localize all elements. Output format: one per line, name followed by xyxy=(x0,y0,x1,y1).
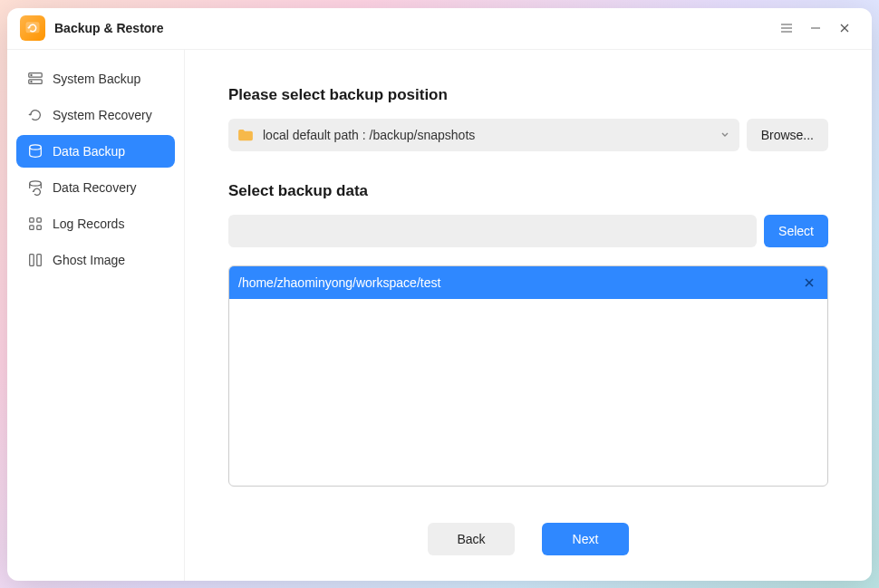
disk-restore-icon xyxy=(27,179,43,196)
sidebar-item-label: System Backup xyxy=(53,72,140,86)
sidebar-item-data-recovery[interactable]: Data Recovery xyxy=(16,171,175,204)
selected-path-text: /home/zhaominyong/workspace/test xyxy=(238,275,800,290)
svg-point-9 xyxy=(31,74,32,75)
columns-icon xyxy=(27,252,43,268)
sidebar-item-data-backup[interactable]: Data Backup xyxy=(16,135,175,168)
browse-button[interactable]: Browse... xyxy=(747,119,828,151)
minimize-icon xyxy=(809,22,822,34)
chevron-down-icon xyxy=(720,128,730,142)
sidebar-item-label: Ghost Image xyxy=(53,253,125,267)
close-icon xyxy=(804,277,815,288)
sidebar-item-label: Log Records xyxy=(53,217,124,231)
backup-position-label: Please select backup position xyxy=(228,86,828,104)
minimize-button[interactable] xyxy=(801,14,830,43)
remove-path-button[interactable] xyxy=(800,274,818,292)
titlebar: Backup & Restore xyxy=(7,8,872,50)
main-content: Please select backup position local defa… xyxy=(184,50,872,581)
backup-position-value: local default path : /backup/snapshots xyxy=(263,128,710,142)
svg-rect-18 xyxy=(37,254,42,265)
folder-icon xyxy=(237,129,254,141)
app-icon xyxy=(20,15,45,41)
sidebar-item-system-backup[interactable]: System Backup xyxy=(16,63,175,95)
backup-position-combo[interactable]: local default path : /backup/snapshots xyxy=(228,119,739,151)
svg-point-11 xyxy=(30,144,42,149)
svg-rect-13 xyxy=(30,217,34,222)
grid-icon xyxy=(27,216,43,232)
body-area: System Backup System Recovery Data Backu… xyxy=(7,50,872,581)
sidebar-item-label: Data Backup xyxy=(53,144,125,159)
sidebar-item-system-recovery[interactable]: System Recovery xyxy=(16,99,175,131)
sidebar: System Backup System Recovery Data Backu… xyxy=(7,50,184,581)
server-icon xyxy=(27,71,43,87)
restore-icon xyxy=(27,107,43,123)
svg-rect-16 xyxy=(37,225,42,229)
menu-button[interactable] xyxy=(772,14,801,43)
next-button[interactable]: Next xyxy=(542,523,629,555)
sidebar-item-log-records[interactable]: Log Records xyxy=(16,207,175,240)
select-button[interactable]: Select xyxy=(764,215,828,247)
sidebar-item-label: Data Recovery xyxy=(53,180,137,195)
selected-paths-list: /home/zhaominyong/workspace/test xyxy=(228,265,828,487)
app-window: Backup & Restore xyxy=(7,8,872,581)
hamburger-icon xyxy=(780,22,793,34)
sidebar-item-label: System Recovery xyxy=(53,108,152,122)
svg-rect-17 xyxy=(30,254,34,265)
sidebar-item-ghost-image[interactable]: Ghost Image xyxy=(16,244,175,276)
back-button[interactable]: Back xyxy=(428,523,515,555)
close-button[interactable] xyxy=(830,14,859,43)
svg-point-10 xyxy=(31,81,32,82)
close-icon xyxy=(838,22,851,34)
backup-data-input[interactable] xyxy=(228,215,757,247)
svg-rect-15 xyxy=(30,225,34,229)
window-title: Backup & Restore xyxy=(54,21,164,35)
svg-point-12 xyxy=(30,180,42,185)
disk-icon xyxy=(27,143,43,159)
footer-buttons: Back Next xyxy=(228,487,828,555)
svg-rect-14 xyxy=(37,217,42,222)
list-item[interactable]: /home/zhaominyong/workspace/test xyxy=(229,266,827,299)
backup-data-label: Select backup data xyxy=(228,182,828,200)
